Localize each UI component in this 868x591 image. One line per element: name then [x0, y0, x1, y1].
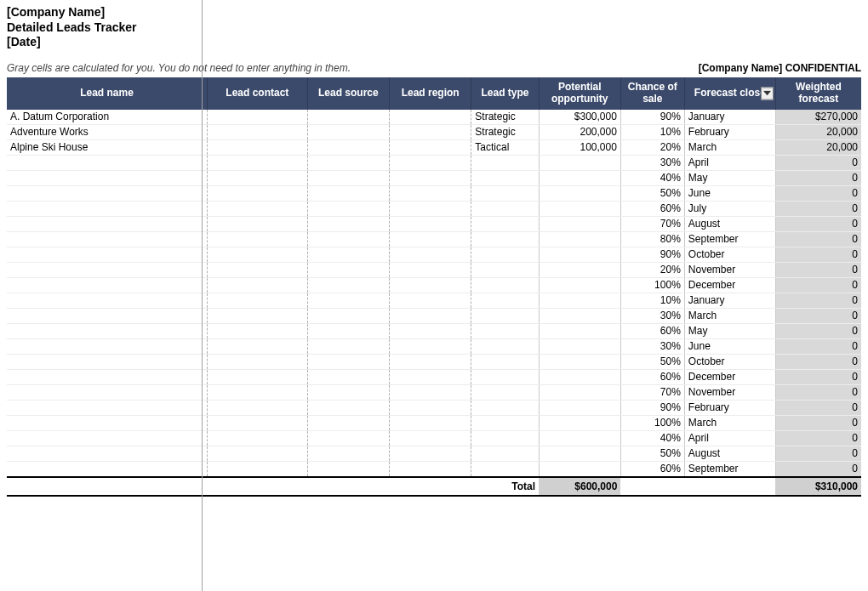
cell[interactable]: 60%: [620, 461, 684, 477]
cell[interactable]: 70%: [620, 216, 684, 231]
cell[interactable]: March: [684, 308, 775, 323]
cell[interactable]: [307, 201, 389, 216]
cell[interactable]: June: [684, 338, 775, 354]
cell[interactable]: May: [684, 323, 775, 338]
filter-dropdown-button[interactable]: [761, 87, 774, 99]
cell[interactable]: [307, 231, 389, 247]
cell[interactable]: September: [684, 461, 775, 477]
cell[interactable]: [471, 293, 539, 308]
cell[interactable]: [471, 185, 539, 201]
cell[interactable]: [207, 415, 307, 430]
cell[interactable]: [307, 185, 389, 201]
cell[interactable]: [539, 354, 620, 369]
cell[interactable]: 50%: [620, 354, 684, 369]
cell[interactable]: [390, 155, 471, 170]
cell[interactable]: [390, 201, 471, 216]
cell[interactable]: 50%: [620, 446, 684, 461]
total-blank[interactable]: [7, 477, 207, 496]
cell[interactable]: 90%: [620, 110, 684, 125]
cell[interactable]: [307, 110, 389, 125]
cell[interactable]: [390, 262, 471, 277]
cell[interactable]: [7, 247, 207, 262]
cell[interactable]: [539, 262, 620, 277]
cell[interactable]: December: [684, 277, 775, 293]
cell[interactable]: [207, 277, 307, 293]
cell[interactable]: [307, 400, 389, 415]
cell[interactable]: 40%: [620, 170, 684, 185]
cell[interactable]: [471, 400, 539, 415]
cell[interactable]: [307, 139, 389, 155]
cell[interactable]: [390, 384, 471, 400]
cell[interactable]: [471, 262, 539, 277]
cell[interactable]: 60%: [620, 323, 684, 338]
cell[interactable]: [207, 338, 307, 354]
cell[interactable]: 30%: [620, 338, 684, 354]
cell[interactable]: Tactical: [471, 139, 539, 155]
cell[interactable]: [207, 216, 307, 231]
cell[interactable]: 90%: [620, 247, 684, 262]
cell[interactable]: March: [684, 415, 775, 430]
cell[interactable]: [7, 155, 207, 170]
cell[interactable]: May: [684, 170, 775, 185]
cell[interactable]: [471, 338, 539, 354]
cell[interactable]: [539, 446, 620, 461]
cell[interactable]: July: [684, 201, 775, 216]
cell[interactable]: Alpine Ski House: [7, 139, 207, 155]
cell[interactable]: 30%: [620, 308, 684, 323]
cell[interactable]: [539, 231, 620, 247]
cell[interactable]: [7, 262, 207, 277]
cell[interactable]: [390, 308, 471, 323]
cell[interactable]: [471, 323, 539, 338]
cell[interactable]: 70%: [620, 384, 684, 400]
cell[interactable]: [207, 185, 307, 201]
cell[interactable]: 50%: [620, 185, 684, 201]
cell[interactable]: [307, 124, 389, 139]
cell[interactable]: 30%: [620, 155, 684, 170]
cell[interactable]: [539, 430, 620, 446]
cell[interactable]: [390, 139, 471, 155]
cell[interactable]: January: [684, 110, 775, 125]
cell[interactable]: [7, 308, 207, 323]
cell[interactable]: [471, 430, 539, 446]
cell[interactable]: [390, 415, 471, 430]
cell[interactable]: [7, 323, 207, 338]
cell[interactable]: [7, 277, 207, 293]
cell[interactable]: August: [684, 216, 775, 231]
cell[interactable]: [307, 384, 389, 400]
cell[interactable]: 60%: [620, 201, 684, 216]
cell[interactable]: [307, 216, 389, 231]
cell[interactable]: [539, 369, 620, 384]
cell[interactable]: [307, 247, 389, 262]
cell[interactable]: [7, 185, 207, 201]
cell[interactable]: [390, 369, 471, 384]
cell[interactable]: [390, 461, 471, 477]
cell[interactable]: [471, 170, 539, 185]
cell[interactable]: [307, 155, 389, 170]
cell[interactable]: [207, 400, 307, 415]
cell[interactable]: [7, 400, 207, 415]
cell[interactable]: [539, 170, 620, 185]
cell[interactable]: [471, 461, 539, 477]
cell[interactable]: [7, 338, 207, 354]
cell[interactable]: [390, 430, 471, 446]
col-lead-contact[interactable]: Lead contact: [207, 77, 307, 110]
cell[interactable]: 80%: [620, 231, 684, 247]
cell[interactable]: [307, 415, 389, 430]
cell[interactable]: [207, 170, 307, 185]
cell[interactable]: November: [684, 384, 775, 400]
cell[interactable]: [539, 323, 620, 338]
cell[interactable]: August: [684, 446, 775, 461]
cell[interactable]: October: [684, 354, 775, 369]
cell[interactable]: [207, 308, 307, 323]
cell[interactable]: [390, 277, 471, 293]
cell[interactable]: 20%: [620, 262, 684, 277]
cell[interactable]: Adventure Works: [7, 124, 207, 139]
cell[interactable]: [471, 155, 539, 170]
cell[interactable]: 100%: [620, 277, 684, 293]
cell[interactable]: 10%: [620, 124, 684, 139]
col-potential[interactable]: Potential opportunity: [539, 77, 620, 110]
cell[interactable]: [307, 308, 389, 323]
cell[interactable]: [307, 170, 389, 185]
cell[interactable]: [471, 247, 539, 262]
col-lead-region[interactable]: Lead region: [390, 77, 471, 110]
